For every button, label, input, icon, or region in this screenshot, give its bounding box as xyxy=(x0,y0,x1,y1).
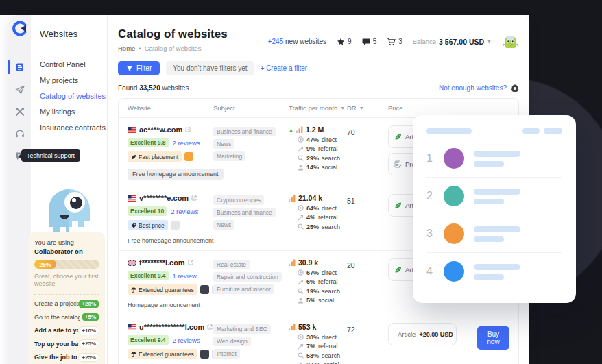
breadcrumb-current: Catalog of websites xyxy=(145,45,202,52)
feature-badge: Extended guarantees xyxy=(128,284,197,295)
dr-value: 51 xyxy=(347,195,355,205)
website-domain-link[interactable]: u**************l.com xyxy=(139,323,204,331)
skeleton-line xyxy=(474,151,520,157)
cart-button[interactable]: 3 xyxy=(387,38,402,46)
external-link-icon[interactable] xyxy=(185,127,191,132)
traffic-metric: 7%referral xyxy=(298,343,347,350)
step-dot-orange xyxy=(444,223,464,244)
avatar[interactable] xyxy=(502,33,519,50)
sidebar-item-control-panel[interactable]: Control Panel xyxy=(40,60,104,69)
subject-tag: Business and finance xyxy=(213,208,276,217)
reviews-link[interactable]: 2 reviews xyxy=(171,208,198,215)
sidebar-item-insurance-contracts[interactable]: Insurance contracts xyxy=(40,123,104,132)
announcement: Homepage announcement xyxy=(128,302,213,308)
divider xyxy=(34,294,99,295)
traffic-metric: 9%referral xyxy=(298,145,347,152)
placement-article[interactable]: Article +20.00 USD xyxy=(388,323,457,345)
dr-value: 72 xyxy=(347,324,355,334)
progress-value: 25% xyxy=(34,260,56,269)
filter-button[interactable]: Filter xyxy=(118,61,160,75)
feature-badge: Extended guarantees xyxy=(128,349,197,359)
tools-icon[interactable] xyxy=(8,105,31,119)
checklist-item[interactable]: Add a site to your cart +10% xyxy=(34,326,99,335)
checklist-item[interactable]: Give the job to the site +25% xyxy=(34,353,99,362)
found-count-text: Found 33,520 websites xyxy=(118,84,189,92)
favorites-count: 9 xyxy=(348,38,352,45)
external-link-icon[interactable] xyxy=(191,195,197,201)
announcement: Free homepage announcement xyxy=(128,237,213,244)
skeleton-lines xyxy=(474,226,520,242)
checklist-item[interactable]: Top up your balance in ... +25% xyxy=(34,339,99,348)
direct-icon xyxy=(298,205,304,211)
referral-icon xyxy=(298,215,304,221)
table-row: u**************l.com Excellent 9.4 2 rev… xyxy=(119,315,518,364)
referral-icon xyxy=(298,146,304,152)
column-dr[interactable]: DR ▼ xyxy=(347,104,388,112)
headphones-icon[interactable] xyxy=(8,127,31,141)
buy-now-button[interactable]: Buy now xyxy=(477,326,509,350)
bar-chart-icon xyxy=(296,126,303,133)
sidebar-item-my-listings[interactable]: My listings xyxy=(40,108,104,116)
checklist-item[interactable]: Create a project +20% xyxy=(34,300,99,308)
subject-tag: Internet xyxy=(213,349,240,359)
website-domain-link[interactable]: ac****w.com xyxy=(139,125,182,134)
chat-chip-icon xyxy=(200,350,209,359)
website-domain-link[interactable]: t********l.com xyxy=(139,258,185,267)
reviews-link[interactable]: 2 reviews xyxy=(173,337,200,344)
traffic-metric: 5%social xyxy=(298,297,347,304)
rating-badge: Excellent 9.8 xyxy=(128,138,169,147)
checklist-item[interactable]: Go to the catalog +5% xyxy=(34,313,99,321)
reviews-link[interactable]: 2 reviews xyxy=(173,139,200,147)
traffic-metric: 64%direct xyxy=(298,205,347,212)
balance-dropdown[interactable]: Balance 3 567.00 USD ▼ xyxy=(413,38,492,46)
mascot-illustration xyxy=(39,182,99,232)
flag-us-icon xyxy=(128,127,136,133)
external-link-icon[interactable] xyxy=(188,260,193,265)
column-traffic[interactable]: Traffic per month ▼ xyxy=(289,104,347,112)
create-filter-link[interactable]: + Create a filter xyxy=(261,64,308,72)
traffic-metric: 6%referral xyxy=(298,278,347,285)
subject-tag: Business and finance xyxy=(213,127,276,136)
skeleton-header xyxy=(426,128,562,134)
favorites-button[interactable]: 9 xyxy=(337,38,352,46)
sidebar-item-my-projects[interactable]: My projects xyxy=(40,76,104,84)
reviews-link[interactable]: 1 review xyxy=(173,272,197,280)
chevron-down-icon: ▼ xyxy=(487,39,492,44)
checklist-label: Give the job to the site xyxy=(34,354,78,361)
referral-icon xyxy=(298,279,304,285)
website-domain-link[interactable]: v********e.com xyxy=(139,194,189,202)
rocket-icon xyxy=(131,154,136,160)
flag-gb-icon xyxy=(128,260,136,266)
usage-hint: Great, choose your first website xyxy=(34,273,99,289)
control-panel-icon[interactable] xyxy=(8,60,31,74)
breadcrumb-home[interactable]: Home xyxy=(118,45,135,52)
funnel-icon xyxy=(126,65,133,72)
subject-tag: Real estate xyxy=(213,260,250,269)
not-enough-websites-link[interactable]: Not enough websites? xyxy=(439,84,507,92)
dr-value: 20 xyxy=(347,260,355,269)
checklist-bonus: +5% xyxy=(82,313,99,321)
comment-icon xyxy=(362,38,370,46)
trend-up-icon: ▲ xyxy=(289,128,293,132)
skeleton-pill xyxy=(522,128,540,134)
found-count: 33,520 xyxy=(139,84,160,92)
tag-icon xyxy=(131,223,136,228)
search-icon xyxy=(298,155,304,161)
sidebar-item-catalog-of-websites[interactable]: Catalog of websites xyxy=(40,92,104,100)
messages-button[interactable]: 5 xyxy=(362,38,377,46)
skeleton-line xyxy=(474,226,520,232)
gear-icon[interactable] xyxy=(511,84,519,92)
leaf-icon xyxy=(394,133,402,141)
step-item: 2 xyxy=(426,177,562,215)
subject-tag: News xyxy=(213,220,234,230)
filter-button-label: Filter xyxy=(136,64,152,72)
found-row: Found 33,520 websites Not enough website… xyxy=(118,84,519,92)
skeleton-line xyxy=(474,161,504,167)
social-icon xyxy=(298,165,304,171)
traffic-metric: 25%search xyxy=(298,223,347,230)
direct-icon xyxy=(298,334,304,340)
chat-chip-icon xyxy=(200,285,209,294)
paper-plane-icon[interactable] xyxy=(8,83,31,97)
external-link-icon[interactable] xyxy=(207,324,213,330)
new-websites-count: +245 xyxy=(268,38,284,45)
